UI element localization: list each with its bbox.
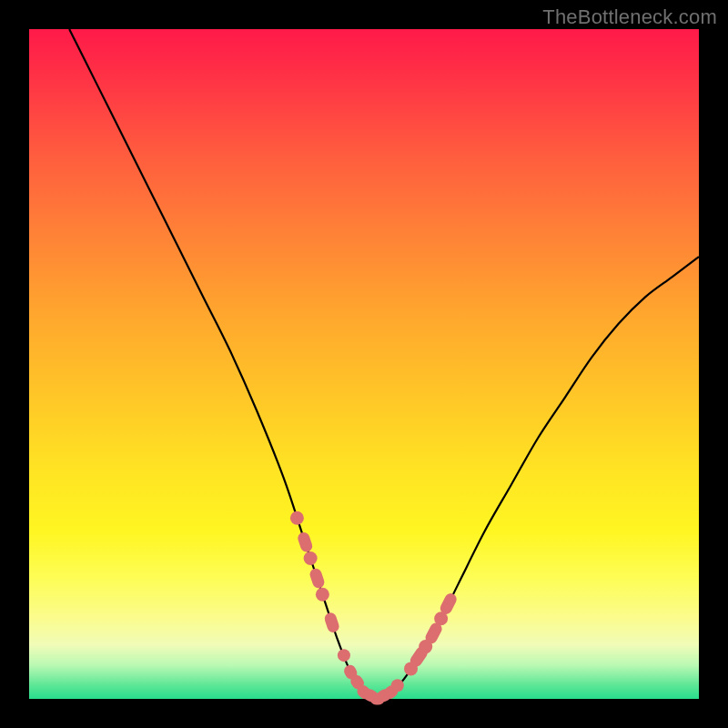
- watermark-text: TheBottleneck.com: [542, 5, 717, 29]
- curve-marker-pill: [308, 567, 326, 590]
- chart-frame: TheBottleneck.com: [0, 0, 728, 728]
- curve-marker-dot: [304, 551, 318, 565]
- curve-marker-pill: [297, 531, 314, 553]
- curve-marker-pill: [323, 612, 340, 634]
- curve-markers: [290, 511, 459, 705]
- curve-marker-dot: [391, 679, 404, 692]
- bottleneck-curve: [29, 29, 699, 699]
- curve-marker-dot: [316, 588, 329, 602]
- curve-marker-dot: [290, 511, 304, 525]
- curve-marker-dot: [338, 649, 350, 662]
- chart-plot-area: [29, 29, 699, 699]
- curve-path: [69, 29, 699, 699]
